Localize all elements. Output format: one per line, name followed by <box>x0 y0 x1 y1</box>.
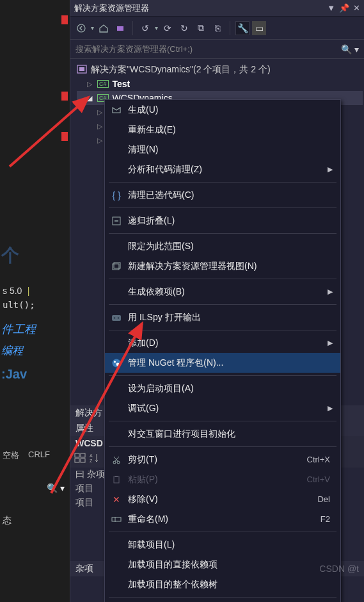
svg-point-0 <box>77 24 85 32</box>
menu-paste: 粘贴(P)Ctrl+V <box>105 469 340 489</box>
menu-ilspy[interactable]: 用 ILSpy 打开输出 <box>105 307 340 327</box>
search-placeholder: 搜索解决方案资源管理器(Ctrl+;) <box>75 44 341 55</box>
status-indent[interactable]: 空格 <box>3 450 19 461</box>
sync-button[interactable]: ⟳ <box>161 21 175 35</box>
menu-clean-selected[interactable]: { } 清理已选代码(C) <box>105 185 340 205</box>
marker <box>61 92 68 101</box>
paste-icon <box>105 475 128 484</box>
svg-text:A: A <box>90 453 93 458</box>
menu-nuget[interactable]: 管理 NuGet 程序包(N)... <box>105 353 340 373</box>
dropdown-icon[interactable]: ▼ <box>327 3 335 13</box>
code-fragment: ult(); <box>3 300 35 310</box>
menu-load-tree[interactable]: 加载项目的整个依赖树 <box>105 574 340 594</box>
nuget-icon <box>105 358 128 368</box>
solution-icon <box>77 65 87 76</box>
menu-add[interactable]: 添加(D)▶ <box>105 333 340 353</box>
svg-rect-1 <box>117 26 123 31</box>
csharp-project-icon: C# <box>97 80 109 88</box>
menu-startup[interactable]: 设为启动项目(A) <box>105 378 340 398</box>
bg-text: 件工程 <box>1 321 36 337</box>
expand-icon[interactable]: ▷ <box>97 122 104 131</box>
svg-point-15 <box>118 317 120 319</box>
close-icon[interactable]: ✕ <box>353 3 360 13</box>
svg-point-14 <box>114 317 116 319</box>
svg-rect-6 <box>75 459 79 462</box>
expand-icon[interactable]: ▷ <box>97 136 104 145</box>
project-context-menu: 生成(U) 重新生成(E) 清理(N) 分析和代码清理(Z)▶ { } 清理已选… <box>104 99 341 602</box>
svg-rect-21 <box>114 476 119 483</box>
alpha-sort-button[interactable]: AZ <box>90 453 100 465</box>
svg-point-19 <box>113 461 116 464</box>
collapse-icon[interactable]: ◢ <box>87 94 93 102</box>
new-view-icon <box>105 262 128 271</box>
expand-icon[interactable]: ▷ <box>97 108 104 117</box>
search-icon[interactable]: 🔍 ▾ <box>341 44 359 54</box>
solution-explorer-toolbar: ▾ ↺ ▾ ⟳ ↻ ⧉ ⎘ 🔧 ▭ <box>70 17 364 40</box>
left-gutter: 个 s 5.0 | ult(); 件工程 编程 :Jav 空格 CRLF 🔍 ▾… <box>0 0 70 602</box>
solution-node[interactable]: 解决方案"WCSDynamics"(2 个项目，共 2 个) <box>77 63 363 77</box>
properties-button[interactable]: 🔧 <box>235 21 249 35</box>
bg-text: :Jav <box>1 367 36 382</box>
switch-view-button[interactable] <box>113 21 127 35</box>
marker <box>61 15 68 24</box>
menu-interactive[interactable]: 对交互窗口进行项目初始化 <box>105 424 340 444</box>
project-label: Test <box>113 79 131 89</box>
svg-rect-13 <box>112 315 121 321</box>
bg-text: 态 <box>3 515 12 526</box>
categorize-button[interactable] <box>74 453 86 465</box>
search-icon[interactable]: 🔍 ▾ <box>47 483 65 493</box>
svg-rect-3 <box>79 67 84 71</box>
svg-rect-7 <box>81 459 85 462</box>
menu-rebuild[interactable]: 重新生成(E) <box>105 120 340 140</box>
menu-new-view[interactable]: 新建解决方案资源管理器视图(N) <box>105 256 340 276</box>
svg-text:Z: Z <box>90 459 93 463</box>
menu-debug[interactable]: 调试(G)▶ <box>105 398 340 418</box>
svg-rect-4 <box>75 453 79 457</box>
menu-unload[interactable]: 卸载项目(L) <box>105 535 340 555</box>
solution-explorer-titlebar: 解决方案资源管理器 ▼ 📌 ✕ <box>70 0 364 17</box>
svg-point-16 <box>113 359 121 367</box>
menu-build-deps[interactable]: 生成依赖项(B)▶ <box>105 282 340 302</box>
marker <box>61 132 68 141</box>
pin-icon[interactable]: 📌 <box>339 3 349 13</box>
watermark: CSDN @t <box>319 564 359 574</box>
remove-icon: ✕ <box>105 494 128 505</box>
menu-clean[interactable]: 清理(N) <box>105 140 340 159</box>
menu-analyze[interactable]: 分析和代码清理(Z)▶ <box>105 159 340 179</box>
collapse-all-button[interactable]: ⧉ <box>194 21 208 35</box>
braces-icon: { } <box>105 190 128 200</box>
menu-remove[interactable]: ✕ 移除(V)Del <box>105 489 340 509</box>
solution-explorer-search[interactable]: 搜索解决方案资源管理器(Ctrl+;) 🔍 ▾ <box>70 40 364 59</box>
svg-point-18 <box>116 362 120 366</box>
rename-icon <box>105 516 128 523</box>
show-all-button[interactable]: ⎘ <box>210 21 225 35</box>
svg-point-20 <box>117 461 120 464</box>
back-button[interactable] <box>74 21 88 35</box>
menu-load-direct[interactable]: 加载项目的直接依赖项 <box>105 555 340 574</box>
ilspy-icon <box>105 313 128 322</box>
menu-cut[interactable]: 剪切(T)Ctrl+X <box>105 450 340 469</box>
build-icon <box>105 105 128 115</box>
expand-icon[interactable]: ▷ <box>87 80 93 88</box>
solution-label: 解决方案"WCSDynamics"(2 个项目，共 2 个) <box>91 64 271 76</box>
status-lineending[interactable]: CRLF <box>28 450 50 461</box>
svg-rect-22 <box>115 476 118 477</box>
menu-build[interactable]: 生成(U) <box>105 100 340 120</box>
bg-text: 编程 <box>1 343 36 358</box>
menu-scope[interactable]: 限定为此范围(S) <box>105 236 340 256</box>
bg-text: 个 <box>1 243 19 268</box>
refresh-button[interactable]: ↻ <box>177 21 191 35</box>
project-node[interactable]: ▷ C# Test <box>77 77 363 91</box>
preview-button[interactable]: ▭ <box>252 21 266 35</box>
svg-point-17 <box>114 361 116 362</box>
cut-icon <box>105 455 128 464</box>
panel-title-text: 解决方案资源管理器 <box>74 3 149 14</box>
code-fragment: s 5.0 <box>3 286 22 296</box>
menu-rename[interactable]: 重命名(M)F2 <box>105 509 340 529</box>
history-button[interactable]: ↺ <box>138 21 152 35</box>
home-button[interactable] <box>97 21 111 35</box>
collapse-icon <box>105 216 128 225</box>
menu-collapse[interactable]: 递归折叠(L) <box>105 211 340 231</box>
svg-rect-5 <box>81 453 85 457</box>
svg-rect-23 <box>112 517 121 521</box>
